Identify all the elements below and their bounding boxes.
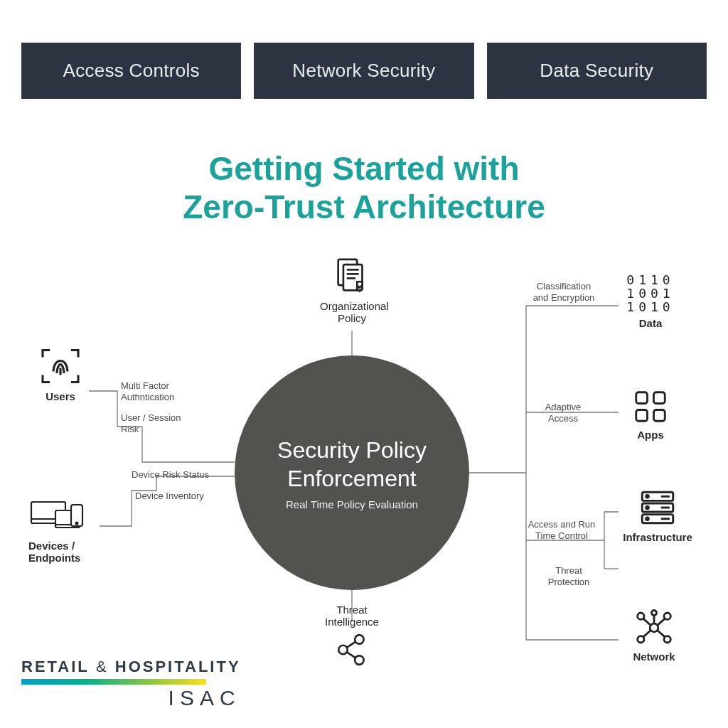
tab-network-security: Network Security [254, 43, 473, 99]
page-title: Getting Started with Zero-Trust Architec… [0, 149, 728, 227]
label-apps: Apps [622, 429, 679, 441]
svg-line-39 [643, 619, 651, 625]
svg-point-27 [646, 506, 649, 509]
network-graph-icon [622, 608, 686, 648]
logo-line-2: ISAC [21, 686, 241, 710]
caption-classification-encryption: Classification and Encryption [532, 281, 596, 304]
svg-rect-19 [636, 392, 648, 404]
caption-threat-protection: Threat Protection [540, 565, 597, 589]
svg-point-33 [638, 613, 644, 619]
architecture-diagram: Security PolicyEnforcement Real Time Pol… [28, 263, 700, 707]
share-nodes-icon [316, 632, 387, 668]
title-line-1: Getting Started with [209, 150, 520, 187]
node-devices-endpoints: Devices / Endpoints [28, 498, 107, 564]
node-apps: Apps [622, 387, 679, 441]
top-tabs: Access Controls Network Security Data Se… [21, 43, 707, 99]
node-data: 0110 1001 1010 Data [619, 274, 682, 329]
svg-line-41 [643, 631, 651, 637]
node-users: Users [28, 345, 92, 402]
caption-user-risk: User / Session Risk [121, 412, 199, 436]
svg-point-24 [646, 495, 649, 498]
logo-gradient-bar [21, 679, 206, 685]
svg-point-18 [76, 523, 78, 525]
svg-rect-22 [654, 410, 665, 422]
svg-point-35 [638, 636, 644, 643]
node-network: Network [622, 608, 686, 663]
label-threat-intelligence: Threat Intelligence [316, 604, 387, 628]
caption-device-risk: Device Risk Status [132, 469, 217, 481]
hub-title-l1: Security Policy [277, 437, 427, 463]
caption-device-inventory: Device Inventory [135, 491, 220, 502]
policy-document-icon [320, 256, 384, 297]
caption-access-runtime: Access and Run Time Control [526, 519, 597, 542]
hub-title-l2: Enforcement [287, 466, 416, 491]
svg-point-8 [338, 646, 348, 655]
svg-point-37 [652, 611, 657, 616]
fingerprint-scan-icon [28, 345, 92, 387]
devices-icon [28, 498, 107, 537]
svg-rect-21 [636, 410, 648, 422]
tab-data-security: Data Security [487, 43, 707, 99]
label-network: Network [622, 651, 686, 663]
svg-point-10 [355, 655, 364, 665]
svg-line-12 [347, 652, 356, 658]
svg-point-30 [646, 518, 649, 520]
label-users: Users [28, 390, 92, 402]
svg-rect-20 [654, 392, 665, 404]
svg-line-42 [658, 631, 665, 637]
hub-subtitle: Real Time Policy Evaluation [286, 498, 418, 510]
svg-point-9 [355, 635, 364, 644]
binary-data-icon: 0110 1001 1010 [619, 274, 682, 314]
title-line-2: Zero-Trust Architecture [183, 188, 545, 225]
label-organizational-policy: Organizational Policy [320, 300, 384, 324]
brand-logo: RETAIL & HOSPITALITY ISAC [21, 658, 241, 710]
svg-point-36 [664, 636, 670, 643]
svg-point-34 [664, 613, 670, 619]
tab-access-controls: Access Controls [21, 43, 241, 99]
apps-grid-icon [622, 387, 679, 426]
logo-line-1: RETAIL & HOSPITALITY [21, 658, 241, 676]
label-infrastructure: Infrastructure [619, 531, 697, 543]
label-data: Data [619, 317, 682, 329]
node-organizational-policy: Organizational Policy [320, 256, 384, 324]
server-stack-icon [619, 487, 697, 528]
caption-adaptive-access: Adaptive Access [535, 402, 592, 425]
svg-point-32 [650, 623, 658, 632]
caption-mfa: Multi Factor Authntication [121, 380, 199, 404]
label-devices-endpoints: Devices / Endpoints [28, 540, 107, 564]
node-infrastructure: Infrastructure [619, 487, 697, 543]
node-threat-intelligence: Threat Intelligence [316, 601, 387, 668]
hub-security-policy-enforcement: Security PolicyEnforcement Real Time Pol… [235, 355, 469, 590]
svg-line-40 [658, 619, 665, 625]
svg-line-11 [347, 642, 356, 648]
